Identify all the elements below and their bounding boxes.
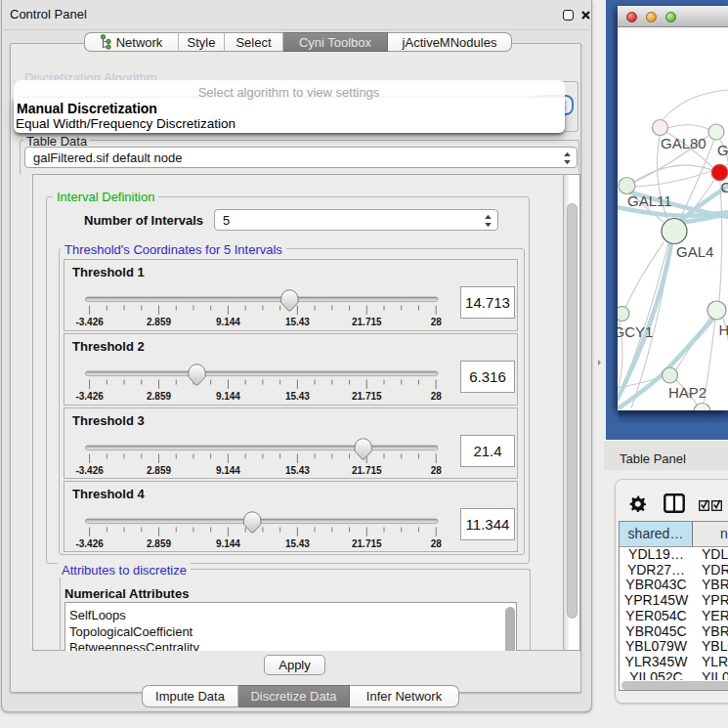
svg-text:21.715: 21.715: [352, 391, 382, 402]
svg-text:GCY1: GCY1: [618, 323, 653, 340]
svg-text:9.144: 9.144: [216, 538, 240, 549]
svg-text:15.43: 15.43: [285, 465, 310, 476]
svg-text:H: H: [719, 321, 728, 338]
svg-text:9.144: 9.144: [216, 465, 240, 476]
svg-text:21.715: 21.715: [352, 317, 382, 327]
svg-text:15.43: 15.43: [285, 538, 310, 549]
svg-text:2.859: 2.859: [147, 465, 171, 476]
svg-text:28: 28: [431, 538, 443, 549]
svg-text:-3.426: -3.426: [75, 391, 104, 402]
svg-text:21.715: 21.715: [352, 538, 382, 549]
svg-text:28: 28: [431, 317, 443, 327]
svg-text:28: 28: [431, 465, 443, 476]
svg-text:2.859: 2.859: [147, 538, 171, 549]
svg-text:-3.426: -3.426: [75, 465, 104, 476]
svg-text:HAP2: HAP2: [668, 384, 707, 401]
svg-text:2.859: 2.859: [147, 317, 171, 327]
svg-text:GAL11: GAL11: [627, 193, 672, 209]
svg-text:28: 28: [431, 391, 443, 402]
svg-text:GAL80: GAL80: [661, 135, 707, 151]
svg-text:-3.426: -3.426: [75, 538, 104, 549]
svg-text:15.43: 15.43: [285, 391, 310, 402]
svg-text:9.144: 9.144: [216, 391, 240, 402]
svg-text:15.43: 15.43: [285, 317, 310, 327]
svg-text:9.144: 9.144: [216, 317, 240, 327]
svg-text:21.715: 21.715: [352, 465, 382, 476]
svg-text:2.859: 2.859: [147, 391, 171, 402]
svg-text:CY: CY: [721, 179, 728, 195]
svg-text:GA: GA: [717, 142, 728, 158]
svg-text:-3.426: -3.426: [75, 317, 104, 327]
svg-text:GAL4: GAL4: [676, 243, 713, 260]
